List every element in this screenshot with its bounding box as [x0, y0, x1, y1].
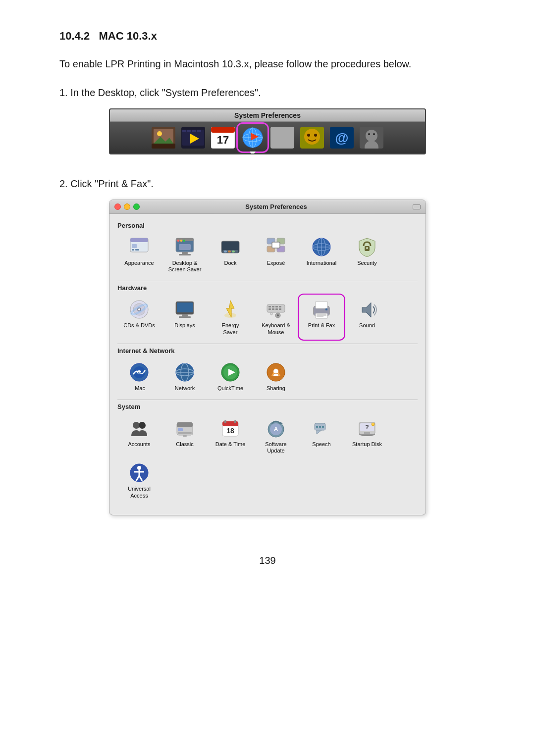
speech-label: Speech — [312, 441, 330, 448]
security-label: Security — [357, 260, 377, 266]
appearance-label: Appearance — [124, 260, 154, 266]
pref-keyboard[interactable]: Keyboard &Mouse — [254, 296, 298, 338]
pref-printfax[interactable]: Print & Fax — [300, 296, 343, 338]
svg-rect-125 — [322, 426, 324, 428]
bar-icon-imovie — [179, 125, 207, 151]
pref-sharing[interactable]: Sharing — [254, 358, 298, 395]
svg-rect-70 — [182, 314, 188, 316]
svg-point-24 — [307, 134, 310, 137]
pref-speech[interactable]: Speech — [300, 414, 343, 457]
svg-rect-78 — [268, 308, 271, 310]
svg-text:@: @ — [335, 130, 348, 146]
datetime-label: Date & Time — [215, 441, 246, 448]
svg-rect-110 — [178, 432, 192, 434]
pref-softwareupdate[interactable]: A SoftwareUpdate — [254, 414, 298, 457]
svg-point-23 — [304, 129, 320, 145]
classic-label: Classic — [176, 441, 193, 448]
pref-desktop[interactable]: Desktop &Screen Saver — [163, 233, 207, 276]
pref-security[interactable]: Security — [345, 233, 389, 276]
pref-energy[interactable]: EnergySaver — [209, 296, 252, 338]
bar-icon-face — [298, 125, 326, 151]
pref-international[interactable]: International — [300, 233, 343, 276]
svg-point-32 — [373, 133, 375, 135]
close-button[interactable] — [114, 203, 121, 210]
svg-rect-42 — [183, 240, 185, 242]
sys-pref-window: System Preferences Personal Appearance — [109, 200, 426, 515]
svg-rect-9 — [192, 130, 196, 132]
classic-icon — [174, 417, 196, 439]
svg-rect-49 — [228, 251, 231, 252]
pref-sound[interactable]: Sound — [345, 296, 389, 338]
pref-mac[interactable]: .Mac .Mac — [117, 358, 161, 395]
svg-rect-80 — [275, 308, 278, 310]
pref-accounts[interactable]: Accounts — [117, 414, 161, 457]
svg-rect-10 — [197, 130, 201, 132]
svg-rect-115 — [224, 420, 226, 423]
svg-rect-82 — [270, 312, 272, 315]
svg-text:?: ? — [365, 424, 369, 431]
bar-icon-dark — [358, 125, 385, 151]
personal-grid: Appearance Desktop &Screen Saver — [117, 233, 418, 276]
pref-startupdisk[interactable]: ? Startup Disk — [345, 414, 389, 457]
hardware-grid: CDs & DVDs Displays — [117, 296, 418, 338]
window-title: System Preferences — [143, 203, 410, 210]
bar-icon-apple — [268, 125, 296, 151]
expose-label: Exposé — [267, 260, 285, 266]
step2-text: 2. Click "Print & Fax". — [59, 178, 476, 190]
internet-grid: .Mac .Mac Network — [117, 358, 418, 395]
svg-rect-129 — [364, 432, 370, 434]
svg-rect-55 — [272, 242, 280, 248]
heading-number: 10.4.2 — [59, 30, 90, 42]
network-icon — [174, 361, 196, 383]
bar-icon-calendar: 17 — [209, 125, 237, 151]
divider-2 — [117, 344, 418, 344]
security-icon — [356, 236, 378, 258]
displays-label: Displays — [174, 322, 195, 329]
accounts-label: Accounts — [128, 441, 150, 448]
minimize-button[interactable] — [124, 203, 130, 210]
pref-quicktime[interactable]: QuickTime — [209, 358, 252, 395]
svg-rect-8 — [187, 130, 191, 132]
sys-pref-bar-screenshot: System Preferences — [109, 108, 426, 154]
printfax-icon — [311, 299, 332, 320]
svg-rect-7 — [182, 130, 186, 132]
pref-appearance[interactable]: Appearance — [117, 233, 161, 276]
international-label: International — [307, 260, 337, 266]
svg-rect-41 — [180, 240, 182, 242]
pref-displays[interactable]: Displays — [163, 296, 207, 338]
datetime-icon: 18 — [219, 417, 241, 439]
pref-datetime[interactable]: 18 Date & Time — [209, 414, 252, 457]
sharing-icon — [265, 361, 287, 383]
svg-rect-13 — [211, 127, 235, 133]
pref-universalaccess[interactable]: UniversalAccess — [117, 459, 161, 502]
speech-icon — [311, 417, 332, 439]
intro-text: To enable LPR Printing in Macintosh 10.3… — [59, 56, 476, 71]
svg-rect-4 — [152, 144, 175, 149]
pref-cds[interactable]: CDs & DVDs — [117, 296, 161, 338]
pref-dock[interactable]: Dock — [209, 233, 252, 276]
pref-expose[interactable]: Exposé — [254, 233, 298, 276]
pref-network[interactable]: Network — [163, 358, 207, 395]
svg-point-62 — [366, 247, 368, 249]
section-personal: Personal — [117, 222, 418, 229]
network-label: Network — [175, 385, 195, 392]
resize-icon[interactable] — [413, 204, 421, 209]
displays-icon — [174, 299, 196, 320]
svg-point-66 — [138, 308, 140, 310]
svg-rect-36 — [132, 249, 134, 251]
quicktime-label: QuickTime — [217, 385, 243, 392]
dock-icon — [219, 236, 241, 258]
sharing-label: Sharing — [267, 385, 285, 392]
svg-rect-37 — [135, 249, 139, 251]
expose-icon — [265, 236, 287, 258]
window-content: Personal Appearance — [109, 214, 426, 515]
energy-label: EnergySaver — [222, 322, 239, 335]
svg-rect-123 — [316, 426, 318, 428]
universalaccess-label: UniversalAccess — [128, 486, 151, 499]
svg-rect-45 — [179, 254, 191, 255]
svg-point-31 — [368, 133, 370, 135]
zoom-button[interactable] — [133, 203, 140, 210]
pref-classic[interactable]: Classic — [163, 414, 207, 457]
svg-rect-35 — [132, 244, 137, 248]
appearance-icon — [128, 236, 150, 258]
